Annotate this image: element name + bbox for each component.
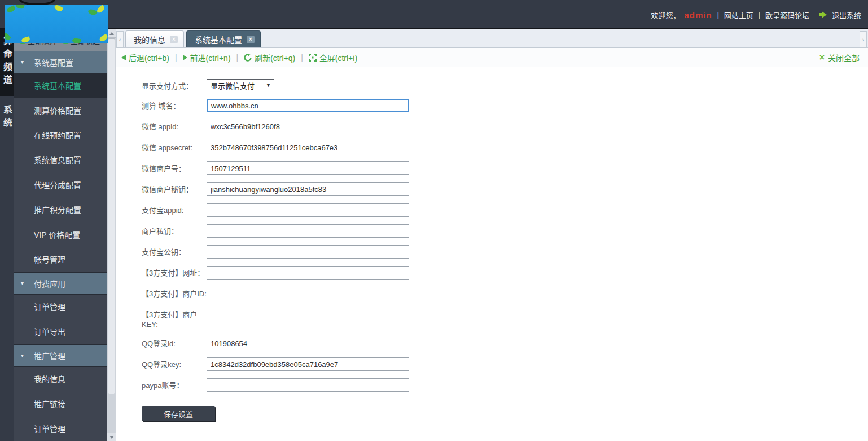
thirdparty-url-field[interactable] bbox=[207, 266, 409, 280]
form-row: 【3方支付】网址： bbox=[142, 266, 868, 280]
thirdparty-merchant-key-field[interactable] bbox=[207, 308, 409, 321]
sidebar-item[interactable]: 在线预约配置 bbox=[14, 123, 107, 148]
sidebar-item[interactable]: 推广链接 bbox=[14, 392, 107, 417]
domain-field[interactable] bbox=[207, 99, 409, 112]
form-row: QQ登录key: bbox=[142, 357, 868, 371]
close-icon: × bbox=[819, 54, 825, 62]
form-row: 测算 域名： bbox=[142, 99, 868, 112]
leaf-icon bbox=[6, 5, 16, 13]
scrollbar-up-button[interactable] bbox=[107, 29, 116, 38]
wechat-appsecret-label: 微信 appsecret: bbox=[142, 141, 207, 154]
forward-arrow-icon bbox=[183, 55, 187, 60]
username: admin bbox=[685, 10, 712, 20]
arrow-down-icon bbox=[109, 436, 114, 439]
sidebar-group-header[interactable]: 付费应用 bbox=[14, 272, 107, 295]
qq-login-key-label: QQ登录key: bbox=[142, 357, 207, 371]
thirdparty-merchant-id-label: 【3方支付】商户ID: bbox=[142, 287, 207, 300]
save-settings-button[interactable]: 保存设置 bbox=[142, 406, 215, 421]
form-row: 微信 appsecret: bbox=[142, 141, 868, 154]
logout-link[interactable]: 退出系统 bbox=[832, 10, 861, 20]
leaf-icon bbox=[5, 32, 11, 41]
logout-arrow-icon bbox=[822, 11, 827, 18]
tab-close-icon[interactable]: × bbox=[170, 36, 178, 43]
separator: | bbox=[757, 11, 761, 19]
form-row: 【3方支付】商户ID: bbox=[142, 287, 868, 300]
tab-scroll-right-button[interactable]: › bbox=[860, 31, 867, 47]
form-row: 显示支付方式：显示微信支付▼ bbox=[142, 79, 868, 91]
app-window: { "topbar": { "welcome": "欢迎您，", "userna… bbox=[0, 0, 868, 441]
leaf-icon bbox=[15, 5, 25, 10]
sidebar-item[interactable]: 订单管理 bbox=[14, 417, 107, 441]
sidebar-group-header[interactable]: 推广管理 bbox=[14, 344, 107, 367]
sidebar-item[interactable]: 我的信息 bbox=[14, 367, 107, 392]
separator: | bbox=[716, 11, 720, 19]
forward-button[interactable]: 前进(ctrl+n) bbox=[183, 52, 231, 63]
wechat-merchant-key-field[interactable] bbox=[207, 182, 409, 196]
tab-scroll-left-button[interactable]: ‹ bbox=[116, 31, 124, 47]
qq-login-id-field[interactable] bbox=[207, 337, 409, 350]
brand-logo bbox=[5, 5, 108, 43]
leaf-icon bbox=[72, 38, 81, 43]
sidebar-item[interactable]: 推广积分配置 bbox=[14, 198, 107, 222]
wechat-merchant-id-field[interactable] bbox=[207, 161, 409, 175]
wechat-merchant-key-label: 微信商户秘钥： bbox=[142, 182, 207, 196]
forum-link[interactable]: 欧皇源码论坛 bbox=[765, 10, 809, 20]
fullscreen-button[interactable]: 全屏(ctrl+i) bbox=[309, 52, 357, 63]
tab-label: 我的信息 bbox=[134, 34, 165, 45]
leaf-icon bbox=[54, 5, 63, 12]
tab[interactable]: 我的信息× bbox=[125, 30, 184, 47]
payment-display-select[interactable]: 显示微信支付▼ bbox=[207, 79, 274, 91]
site-home-link[interactable]: 网站主页 bbox=[724, 10, 753, 20]
top-bar: 欢迎您， admin | 网站主页 | 欧皇源码论坛 退出系统 bbox=[0, 0, 868, 29]
wechat-appid-label: 微信 appid: bbox=[142, 120, 207, 133]
form-row: 微信 appid: bbox=[142, 120, 868, 133]
tab-close-icon[interactable]: × bbox=[247, 36, 255, 43]
form-row: 微信商户号： bbox=[142, 161, 868, 175]
scrollbar-thumb[interactable] bbox=[108, 38, 115, 394]
qq-login-key-field[interactable] bbox=[207, 357, 409, 371]
sidebar-menu: 系统基配置系统基本配置测算价格配置在线预约配置系统信息配置代理分成配置推广积分配… bbox=[14, 51, 107, 441]
sidebar-group-header[interactable]: 系统基配置 bbox=[14, 51, 107, 73]
content-panel: 显示支付方式：显示微信支付▼测算 域名：微信 appid:微信 appsecre… bbox=[116, 67, 868, 440]
qq-login-id-label: QQ登录id: bbox=[142, 337, 207, 350]
refresh-button[interactable]: 刷新(ctrl+q) bbox=[244, 52, 295, 63]
sidebar-item[interactable]: 系统基本配置 bbox=[14, 73, 107, 98]
fullscreen-icon bbox=[309, 54, 317, 62]
tab-bar: ‹ 我的信息×系统基本配置× › bbox=[116, 29, 868, 48]
alipay-public-key-field[interactable] bbox=[207, 245, 409, 259]
scrollbar-down-button[interactable] bbox=[107, 433, 116, 441]
wechat-appid-field[interactable] bbox=[207, 120, 409, 133]
leaf-icon bbox=[96, 5, 106, 14]
merchant-private-key-label: 商户私钥： bbox=[142, 224, 207, 238]
sidebar-item[interactable]: 代理分成配置 bbox=[14, 173, 107, 198]
welcome-text: 欢迎您， bbox=[651, 10, 681, 20]
sidebar-item[interactable]: 系统信息配置 bbox=[14, 148, 107, 173]
channel-strip: 算命频道系统 bbox=[0, 29, 14, 441]
form-row: 支付宝公钥： bbox=[142, 245, 868, 259]
form-row: 【3方支付】商户 KEY: bbox=[142, 308, 868, 329]
thirdparty-merchant-id-field[interactable] bbox=[207, 287, 409, 300]
sidebar-item[interactable]: 测算价格配置 bbox=[14, 98, 107, 123]
sidebar-scrollbar[interactable] bbox=[107, 29, 116, 441]
sidebar-item[interactable]: VIP 价格配置 bbox=[14, 222, 107, 247]
channel-group[interactable]: 系统 bbox=[0, 96, 14, 131]
wechat-appsecret-field[interactable] bbox=[207, 141, 409, 154]
sidebar-item[interactable]: 订单导出 bbox=[14, 320, 107, 344]
alipay-appid-field[interactable] bbox=[207, 203, 409, 217]
merchant-private-key-field[interactable] bbox=[207, 224, 409, 238]
paypal-account-field[interactable] bbox=[207, 378, 409, 392]
sidebar-item[interactable]: 帐号管理 bbox=[14, 247, 107, 272]
form-row: 支付宝appid: bbox=[142, 203, 868, 217]
tab[interactable]: 系统基本配置× bbox=[186, 30, 261, 47]
main-area: ‹ 我的信息×系统基本配置× › 后退(ctrl+b) | 前进(ctrl+n)… bbox=[116, 29, 868, 441]
selected-value: 显示微信支付 bbox=[211, 80, 255, 91]
sidebar-item[interactable]: 订单管理 bbox=[14, 295, 107, 320]
separator: | bbox=[175, 53, 177, 62]
form-row: paypa账号： bbox=[142, 378, 868, 392]
close-all-button[interactable]: × 关闭全部 bbox=[819, 48, 860, 67]
refresh-icon bbox=[244, 54, 252, 62]
back-button[interactable]: 后退(ctrl+b) bbox=[121, 52, 169, 63]
leaf-icon bbox=[21, 36, 30, 43]
thirdparty-url-label: 【3方支付】网址： bbox=[142, 266, 207, 280]
separator: | bbox=[236, 53, 239, 62]
